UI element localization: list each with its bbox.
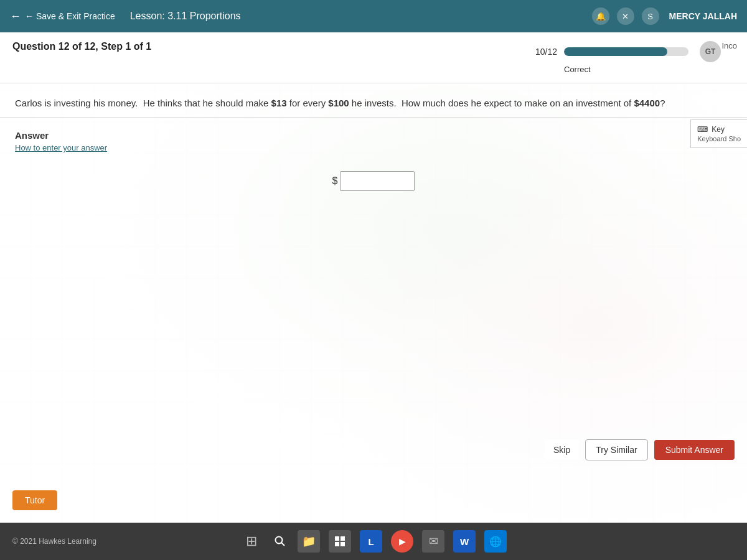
back-arrow-icon: ← <box>10 10 21 23</box>
grid-icon[interactable] <box>329 530 351 553</box>
svg-rect-42 <box>341 536 345 541</box>
answer-label: Answer <box>15 130 732 141</box>
windows-start-icon[interactable]: ⊞ <box>240 530 263 553</box>
settings-icon[interactable]: S <box>642 7 659 25</box>
svg-line-40 <box>281 543 284 546</box>
bell-icon[interactable]: 🔔 <box>592 7 609 25</box>
svg-point-39 <box>276 537 283 544</box>
taskbar: ⊞ 📁 L ▶ ✉ W 🌐 <box>240 530 507 553</box>
progress-count: 10/12 <box>535 47 558 57</box>
email-icon[interactable]: ✉ <box>422 530 444 553</box>
bottom-actions: Skip Try Similar Submit Answer <box>545 439 735 460</box>
avatar: GT <box>700 41 721 62</box>
word-doc-icon[interactable]: W <box>453 530 476 553</box>
incorrect-label: Inco <box>721 41 737 50</box>
skip-button[interactable]: Skip <box>545 440 579 460</box>
progress-bar-fill <box>564 47 667 56</box>
answer-input-area: $ <box>15 171 732 191</box>
correct-label: Correct <box>564 65 591 74</box>
try-similar-button[interactable]: Try Similar <box>585 439 647 460</box>
dollar-sign: $ <box>332 175 338 187</box>
user-name: MERCY JALLAH <box>669 11 737 21</box>
nav-icons: 🔔 ✕ S <box>592 7 659 25</box>
how-to-enter-link[interactable]: How to enter your answer <box>15 143 732 152</box>
top-navigation: ← ← Save & Exit Practice Lesson: 3.11 Pr… <box>0 0 747 32</box>
save-exit-button[interactable]: ← Save & Exit Practice <box>25 11 115 21</box>
search-icon[interactable] <box>271 533 289 550</box>
word-icon[interactable]: L <box>360 530 382 553</box>
svg-rect-41 <box>335 536 339 541</box>
answer-input[interactable] <box>340 171 415 191</box>
edge-browser-icon[interactable]: 🌐 <box>484 530 507 553</box>
footer-taskbar: © 2021 Hawkes Learning ⊞ 📁 L ▶ ✉ W 🌐 <box>0 523 747 560</box>
close-icon[interactable]: ✕ <box>617 7 634 25</box>
progress-bar <box>564 47 688 56</box>
tutor-button[interactable]: Tutor <box>12 490 57 510</box>
main-content: Question 12 of 12, Step 1 of 1 10/12 GT … <box>0 32 747 523</box>
copyright-text: © 2021 Hawkes Learning <box>12 537 96 546</box>
submit-answer-button[interactable]: Submit Answer <box>654 440 735 460</box>
svg-rect-44 <box>341 542 345 546</box>
question-text: Carlos is investing his money. He thinks… <box>0 83 747 118</box>
lesson-title: Lesson: 3.11 Proportions <box>130 11 241 22</box>
file-explorer-icon[interactable]: 📁 <box>298 530 320 553</box>
media-icon[interactable]: ▶ <box>391 530 413 553</box>
svg-rect-43 <box>335 542 339 546</box>
question-label: Question 12 of 12, Step 1 of 1 <box>12 41 535 52</box>
